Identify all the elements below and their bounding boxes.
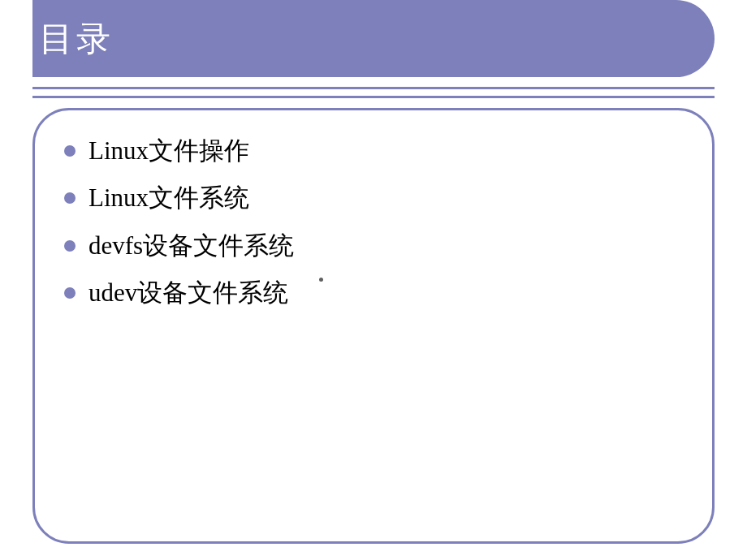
content-frame: Linux文件操作 Linux文件系统 devfs设备文件系统 udev设备文件…	[32, 108, 715, 544]
bullet-text: udev设备文件系统	[89, 277, 288, 309]
bullet-icon	[64, 192, 76, 204]
divider	[32, 87, 715, 98]
list-item: Linux文件系统	[64, 182, 683, 214]
bullet-text: devfs设备文件系统	[89, 230, 294, 262]
bullet-icon	[64, 145, 76, 157]
bullet-text: Linux文件系统	[89, 182, 249, 214]
bullet-text: Linux文件操作	[89, 135, 249, 167]
bullet-icon	[64, 240, 76, 252]
slide-title: 目录	[39, 16, 114, 62]
list-item: Linux文件操作	[64, 135, 683, 167]
list-item: udev设备文件系统	[64, 277, 683, 309]
slide-header: 目录	[32, 0, 715, 77]
list-item: devfs设备文件系统	[64, 230, 683, 262]
bullet-list: Linux文件操作 Linux文件系统 devfs设备文件系统 udev设备文件…	[64, 135, 683, 309]
pointer-dot-icon	[319, 278, 323, 282]
bullet-icon	[64, 287, 76, 299]
